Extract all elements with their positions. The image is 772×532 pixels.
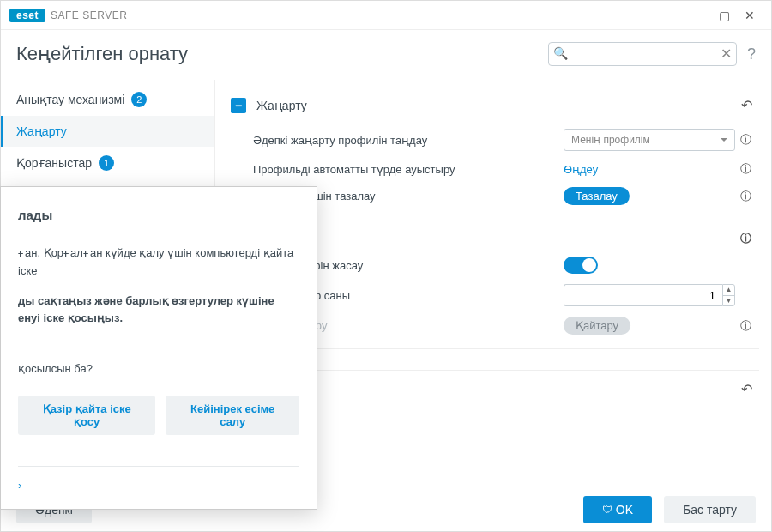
window-close-button[interactable]: ✕	[737, 3, 763, 28]
snapshot-count-input[interactable]	[564, 284, 722, 306]
select-value: Менің профилім	[571, 134, 650, 146]
spinner-down-icon[interactable]: ▼	[723, 296, 734, 306]
cancel-button[interactable]: Бас тарту	[664, 496, 756, 523]
search-input[interactable]	[548, 42, 737, 66]
ok-button-label: OK	[616, 503, 633, 517]
product-name: SAFE SERVER	[51, 9, 127, 21]
undo-icon[interactable]	[738, 378, 756, 401]
info-icon[interactable]	[735, 231, 756, 246]
sidebar-item-protections[interactable]: Қорғаныстар 1	[1, 147, 214, 179]
edit-link[interactable]: Өңдеу	[564, 163, 598, 176]
ok-button[interactable]: 🛡 OK	[583, 496, 652, 523]
restart-dialog: лады ған. Қорғалған күйде қалу үшін комп…	[0, 186, 317, 510]
row-auto-switch: Профильді автоматты түрде ауыстыру Өңдеу	[227, 156, 759, 182]
sidebar-badge: 1	[99, 155, 114, 171]
clear-cache-button[interactable]: Тазалау	[564, 187, 630, 205]
dialog-footer-link[interactable]: ›	[18, 466, 299, 492]
collapse-toggle-icon[interactable]: −	[231, 98, 246, 113]
body: Анықтау механизмі 2 Жаңарту Қорғаныстар …	[1, 80, 771, 487]
row-default-profile: Әдепкі жаңарту профилін таңдау Менің про…	[227, 124, 759, 156]
dialog-actions: Қазір қайта іске қосу Кейінірек есіме са…	[18, 396, 299, 435]
snapshot-count-spinner[interactable]: ▲ ▼	[564, 284, 735, 306]
row-label: Профильді автоматты түрде ауыстыру	[253, 163, 564, 176]
app-window: eset SAFE SERVER ▢ ✕ Кеңейтілген орнату …	[0, 0, 772, 532]
search-icon: 🔍	[553, 46, 568, 60]
page-header: Кеңейтілген орнату 🔍 ✕ ?	[1, 30, 771, 80]
spinner-buttons: ▲ ▼	[722, 284, 735, 306]
section-header: − Жаңарту	[227, 87, 759, 124]
profile-select[interactable]: Менің профилім	[564, 129, 735, 151]
dialog-heading: лады	[18, 208, 299, 222]
dialog-question: қосылсын ба?	[18, 360, 299, 378]
search-wrap: 🔍 ✕	[548, 42, 737, 66]
page-title: Кеңейтілген орнату	[16, 43, 188, 65]
clear-search-icon[interactable]: ✕	[721, 45, 732, 62]
sidebar-item-label: Жаңарту	[16, 124, 67, 138]
window-maximize-button[interactable]: ▢	[711, 3, 737, 28]
dialog-paragraph-2: ды сақтаңыз және барлық өзгертулер күшін…	[18, 293, 299, 329]
undo-icon[interactable]	[738, 94, 756, 117]
sidebar-item-label: Анықтау механизмі	[16, 93, 124, 106]
info-icon[interactable]	[735, 189, 756, 204]
remind-later-button[interactable]: Кейінірек есіме салу	[166, 396, 299, 435]
sidebar-item-detection[interactable]: Анықтау механизмі 2	[1, 83, 214, 116]
brand-logo: eset	[9, 9, 45, 22]
restart-now-button[interactable]: Қазір қайта іске қосу	[18, 396, 155, 435]
sidebar-badge: 2	[131, 92, 147, 107]
info-icon[interactable]	[735, 161, 756, 177]
spinner-up-icon[interactable]: ▲	[723, 285, 734, 296]
info-icon[interactable]	[735, 132, 756, 148]
sidebar-item-label: Қорғаныстар	[16, 156, 92, 170]
snapshot-toggle[interactable]	[564, 257, 598, 274]
row-label: Әдепкі жаңарту профилін таңдау	[253, 134, 564, 147]
info-icon[interactable]	[735, 318, 756, 334]
dialog-paragraph-1: ған. Қорғалған күйде қалу үшін компьютер…	[18, 245, 299, 281]
titlebar: eset SAFE SERVER ▢ ✕	[1, 1, 771, 30]
restore-button: Қайтару	[564, 317, 630, 335]
help-icon[interactable]: ?	[747, 45, 756, 63]
sidebar-item-update[interactable]: Жаңарту	[1, 116, 214, 147]
shield-icon: 🛡	[602, 504, 612, 516]
section-title: Жаңарту	[256, 99, 738, 112]
